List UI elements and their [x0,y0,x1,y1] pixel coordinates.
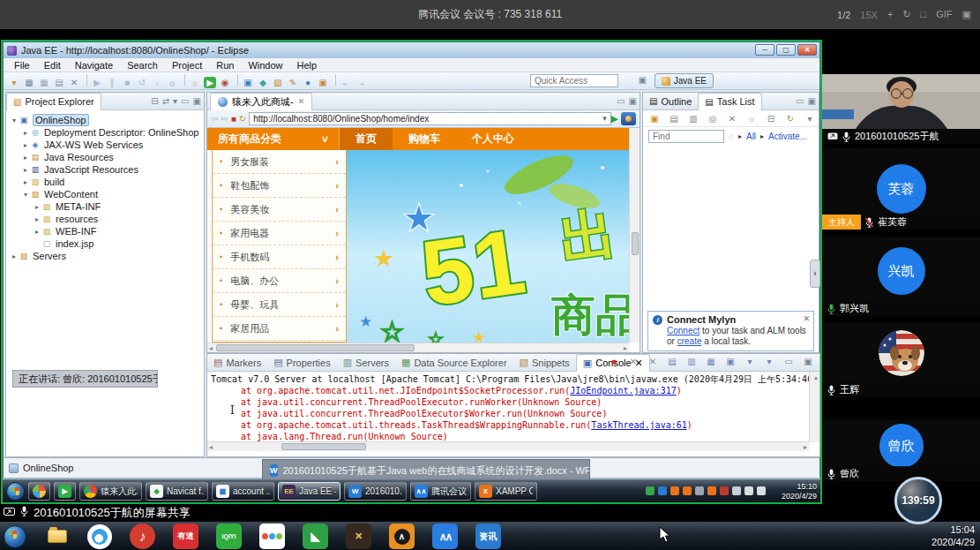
meeting-timer[interactable]: 139:59 [894,477,942,524]
focus-icon[interactable]: ◎ [707,114,719,124]
debug-icon[interactable]: ☼ [189,78,201,87]
minimize-button[interactable]: ─ [755,44,774,56]
tree-item-build[interactable]: ▸▧build [6,176,204,188]
open-folder-icon[interactable]: ▧ [272,78,284,87]
category-item[interactable]: •家居用品› [213,317,346,341]
url-input[interactable] [249,112,610,125]
console-output[interactable]: Tomcat v7.0 Server at localhost [Apache … [207,372,809,442]
word-wrap-icon[interactable]: ▦ [705,357,717,366]
participant-5[interactable]: 曾欣曾欣 [822,419,980,481]
skip-breakpoints-icon[interactable]: ✕ [68,78,80,87]
page-horizontal-scrollbar[interactable]: ◂▸ [207,343,629,352]
tree-item-jax-ws-web-services[interactable]: ▸◈JAX-WS Web Services [6,139,204,151]
app-tools[interactable]: ✕ [346,524,371,549]
close-icon[interactable]: ✕ [803,314,810,323]
tree-item-javascript-resources[interactable]: ▸▥JavaScript Resources [6,163,204,176]
connect-link[interactable]: Connect [667,326,699,335]
nav-item-3[interactable]: 个人中心 [456,128,530,150]
participant-2[interactable]: 芙蓉主持人崔芙蓉 [822,148,980,230]
category-item[interactable]: •家用电器› [213,222,346,245]
tab-markers[interactable]: ▤Markers [207,354,267,372]
url-dropdown-icon[interactable]: ▼ [602,115,609,123]
category-item[interactable]: •美容美妆› [213,198,346,222]
tree-expand-icon[interactable]: ▸ [21,141,30,149]
app-green-app[interactable]: ◣ [303,524,328,549]
participant-1[interactable]: 201601010525于航 [822,74,980,144]
maximize-icon[interactable]: ▣ [808,96,816,106]
hide-completed-icon[interactable]: ✕ [726,114,738,124]
category-item[interactable]: •母婴、玩具› [213,293,346,317]
taskbar-button-spreadsheet[interactable]: ▦account ... [212,482,274,501]
drop-frame-icon[interactable]: ↓ [151,78,163,87]
menu-help[interactable]: Help [290,60,325,71]
eclipse-titlebar[interactable]: Java EE - http://localhost:8080/OnlineSh… [4,42,819,58]
xampp-tray-icon[interactable] [670,486,679,495]
taskbar-button-xampp[interactable]: XXAMPP C... [475,482,537,501]
tab-servers[interactable]: ▥Servers [337,354,395,372]
resume-icon[interactable]: ▶ [91,78,103,87]
restore-button[interactable]: ▢ [776,44,796,56]
menu-run[interactable]: Run [209,60,241,71]
run-icon[interactable]: ▶ [204,77,216,88]
terminate-icon[interactable]: ■ [608,357,620,366]
tab-task-list[interactable]: ▤Task List [698,93,761,110]
gif-record-icon[interactable]: GIF [936,9,952,20]
clipboard-icon[interactable] [732,486,741,495]
speaker-icon[interactable] [757,486,766,495]
back-icon[interactable]: ⇦ [211,114,218,124]
save-all-icon[interactable]: ▦ [38,78,50,87]
new-wizard-icon[interactable]: ▾ [8,78,20,87]
category-item[interactable]: •男女服装› [213,150,346,174]
app-netease-music[interactable]: ♪ [130,524,155,549]
print-icon[interactable]: ▤ [53,78,65,87]
menu-navigate[interactable]: Navigate [68,60,120,71]
new-ejb-icon[interactable]: ◆ [257,78,269,87]
profile-icon[interactable]: ◉ [219,78,231,87]
tree-expand-icon[interactable]: ▸ [33,203,41,211]
display-icon[interactable] [695,486,704,495]
app-youdao[interactable]: 有道 [173,524,198,549]
tree-item-onlineshop[interactable]: ▾▣OnlineShop [6,114,204,126]
taskbar-button-meeting[interactable]: ∧∧腾讯会议 [410,482,471,501]
close-tab-icon[interactable]: ✕ [298,97,305,106]
sync-icon[interactable]: ↺ [136,78,148,87]
fullscreen-icon[interactable]: □ [921,9,927,20]
tree-item-meta-inf[interactable]: ▸▧META-INF [6,200,204,213]
menu-edit[interactable]: Edit [37,60,68,71]
save-icon[interactable]: ▦ [23,78,35,87]
app-explorer[interactable] [44,524,70,549]
annotation-icon[interactable]: ✎ [287,78,299,87]
taskbar-button-chrome[interactable]: ●猿来入此.. [79,482,142,501]
app-news[interactable]: 资讯 [475,524,501,549]
menu-window[interactable]: Window [241,60,289,71]
link-editor-icon[interactable]: ⇄ [162,96,169,106]
minimize-icon[interactable]: ▭ [617,96,625,106]
volume-red-icon[interactable] [720,486,729,495]
network-icon[interactable] [744,486,753,495]
activate-link[interactable]: Activate... [768,132,807,141]
console-horizontal-scrollbar[interactable]: ◂▸ [207,441,809,451]
console-vertical-scrollbar[interactable]: ▴ [809,372,819,442]
new-java-icon[interactable]: ▣ [317,78,329,87]
category-item[interactable]: •手机数码› [213,245,346,269]
tree-expand-icon[interactable]: ▸ [21,166,30,174]
app-meeting[interactable]: ∧∧ [432,524,458,549]
host-clock[interactable]: 15:042020/4/29 [931,524,975,548]
tree-expand-icon[interactable]: ▸ [33,215,41,223]
categorized-icon[interactable]: ▤ [668,114,680,124]
tab-properties[interactable]: ▤Properties [267,354,337,372]
filter-all-link[interactable]: All [746,132,756,141]
taskbar-button-video-player[interactable]: ▶ [54,482,76,501]
sync-icon[interactable]: ↻ [784,114,797,124]
app-iqiyi[interactable]: iQIYI [216,524,242,549]
collapse-all-icon[interactable]: ⊟ [151,96,158,106]
menu-project[interactable]: Project [165,60,209,71]
category-item[interactable]: •鞋包配饰› [213,174,346,198]
screenshot-icon[interactable]: ▣ [962,9,971,20]
app-app-circles[interactable] [259,524,285,549]
perspective-java-ee-button[interactable]: Java EE [655,73,714,88]
start-button[interactable] [4,525,26,548]
participant-4[interactable]: 王辉 [822,323,980,397]
new-task-icon[interactable]: ▣ [648,114,661,124]
tab-project-explorer[interactable]: ▧ Project Explorer [6,93,101,110]
